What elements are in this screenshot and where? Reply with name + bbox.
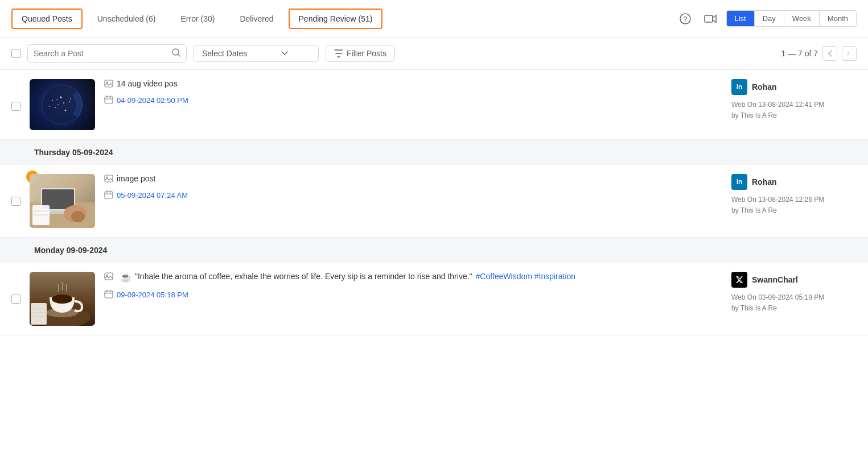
- post-title-2: image post: [104, 174, 722, 183]
- tab-pending-review[interactable]: Pending Review (51): [289, 9, 383, 29]
- svg-rect-17: [105, 80, 113, 87]
- post-thumbnail-coffee: [30, 272, 95, 326]
- svg-text:?: ?: [683, 15, 687, 23]
- image-type-icon-1: [104, 79, 113, 88]
- svg-point-16: [56, 99, 57, 100]
- pagination-text: 1 — 7 of 7: [781, 49, 818, 58]
- post-row-3: ☕ "Inhale the aroma of coffee, exhale th…: [0, 263, 868, 335]
- post-content-1: 14 aug video pos 04-09-2024 02:50 PM: [104, 79, 722, 106]
- date-select-label: Select Dates: [202, 49, 247, 58]
- svg-point-3: [172, 49, 179, 55]
- tabs-right-controls: ? List Day Week Month: [676, 10, 857, 28]
- svg-rect-2: [705, 15, 713, 22]
- svg-point-18: [106, 82, 108, 84]
- date-separator-thursday: Thursday 05-09-2024: [0, 140, 868, 165]
- platform-badge-1: in Rohan: [731, 79, 777, 95]
- view-month-button[interactable]: Month: [820, 11, 856, 26]
- svg-point-13: [70, 98, 71, 99]
- search-box[interactable]: [27, 44, 187, 63]
- linkedin-icon-2: in: [731, 174, 747, 190]
- tabs-bar: Queued Posts Unscheduled (6) Error (30) …: [0, 0, 868, 38]
- post-checkbox-1[interactable]: [11, 102, 20, 111]
- svg-rect-41: [105, 291, 113, 298]
- schedule-date-3: 09-09-2024 05:18 PM: [117, 291, 188, 299]
- filter-posts-label: Filter Posts: [347, 49, 386, 58]
- schedule-date-1: 04-09-2024 02:50 PM: [117, 96, 188, 105]
- svg-line-4: [178, 55, 180, 56]
- svg-point-14: [49, 106, 50, 107]
- post-meta-1: in Rohan Web On 13-08-2024 12:41 PM by T…: [731, 79, 857, 121]
- post-thumbnail-wrap-3: [30, 272, 95, 326]
- help-icon-button[interactable]: ?: [676, 10, 694, 28]
- view-toggle-group: List Day Week Month: [726, 10, 857, 27]
- select-all-checkbox[interactable]: [11, 49, 20, 58]
- svg-rect-31: [105, 192, 113, 198]
- filter-bar: Select Dates Filter Posts 1 — 7 of 7: [0, 38, 868, 70]
- coffee-emoji: ☕: [120, 272, 131, 283]
- author-name-1: Rohan: [752, 82, 777, 92]
- post-hashtags-3: #CoffeeWisdom #Inspiration: [476, 272, 576, 281]
- post-row: 14 aug video pos 04-09-2024 02:50 PM: [0, 70, 868, 140]
- post-schedule-2: 05-09-2024 07:24 AM: [104, 190, 722, 201]
- next-page-button[interactable]: [842, 46, 857, 61]
- post-checkbox-2[interactable]: [11, 197, 20, 206]
- camera-icon-button[interactable]: [701, 10, 719, 28]
- image-type-icon-2: [104, 174, 113, 183]
- prev-page-button[interactable]: [822, 46, 837, 61]
- pagination-info: 1 — 7 of 7: [781, 46, 857, 61]
- post-thumbnail-wrap-2: 3: [30, 174, 95, 228]
- search-icon: [172, 48, 180, 59]
- platform-badge-2: in Rohan: [731, 174, 777, 190]
- view-list-button[interactable]: List: [727, 11, 755, 26]
- svg-point-25: [71, 211, 85, 222]
- svg-point-6: [42, 85, 82, 125]
- schedule-date-2: 05-09-2024 07:24 AM: [117, 191, 188, 200]
- post-content-3: ☕ "Inhale the aroma of coffee, exhale th…: [104, 272, 722, 300]
- svg-rect-39: [105, 273, 113, 280]
- post-list: 14 aug video pos 04-09-2024 02:50 PM: [0, 70, 868, 335]
- tab-error[interactable]: Error (30): [170, 9, 225, 29]
- svg-point-30: [106, 177, 108, 179]
- post-web-info-3: Web On 03-09-2024 05:19 PM by This Is A …: [731, 292, 824, 314]
- calendar-icon-1: [104, 95, 113, 106]
- filter-icon: [334, 49, 343, 57]
- post-title-1: 14 aug video pos: [104, 79, 722, 88]
- post-meta-3: SwannCharl Web On 03-09-2024 05:19 PM by…: [731, 272, 857, 314]
- post-content-text-3: "Inhale the aroma of coffee, exhale the …: [135, 272, 472, 281]
- post-schedule-3: 09-09-2024 05:18 PM: [104, 289, 722, 300]
- svg-point-34: [52, 295, 72, 304]
- svg-point-7: [52, 100, 53, 101]
- post-thumbnail-desk: [30, 174, 95, 228]
- svg-rect-35: [31, 303, 47, 325]
- earth-svg: [30, 79, 95, 130]
- author-name-3: SwannCharl: [752, 275, 798, 284]
- tab-delivered[interactable]: Delivered: [229, 9, 283, 29]
- tab-unscheduled[interactable]: Unscheduled (6): [87, 9, 166, 29]
- calendar-icon-3: [104, 289, 113, 300]
- post-content-2: image post 05-09-2024 07:24 AM: [104, 174, 722, 201]
- svg-point-10: [55, 107, 56, 108]
- view-day-button[interactable]: Day: [755, 11, 784, 26]
- desk-svg: [30, 174, 95, 228]
- svg-point-8: [60, 97, 62, 98]
- post-thumbnail-earth: [30, 79, 95, 130]
- platform-badge-3: SwannCharl: [731, 272, 798, 288]
- svg-point-40: [106, 275, 108, 276]
- chevron-down-icon: [281, 51, 288, 56]
- image-type-icon-3: [104, 272, 113, 281]
- svg-point-9: [69, 101, 70, 102]
- svg-point-15: [63, 102, 64, 103]
- search-input[interactable]: [34, 49, 170, 58]
- svg-point-12: [57, 104, 59, 105]
- svg-rect-29: [105, 175, 113, 182]
- linkedin-icon-1: in: [731, 79, 747, 95]
- post-text-body-3: ☕ "Inhale the aroma of coffee, exhale th…: [104, 272, 722, 283]
- twitter-icon-3: [731, 272, 747, 288]
- svg-rect-19: [105, 97, 113, 103]
- tab-queued-posts[interactable]: Queued Posts: [11, 9, 83, 29]
- author-name-2: Rohan: [752, 177, 777, 186]
- post-checkbox-3[interactable]: [11, 295, 20, 304]
- filter-posts-button[interactable]: Filter Posts: [326, 45, 395, 62]
- view-week-button[interactable]: Week: [784, 11, 820, 26]
- date-select-dropdown[interactable]: Select Dates: [194, 45, 319, 62]
